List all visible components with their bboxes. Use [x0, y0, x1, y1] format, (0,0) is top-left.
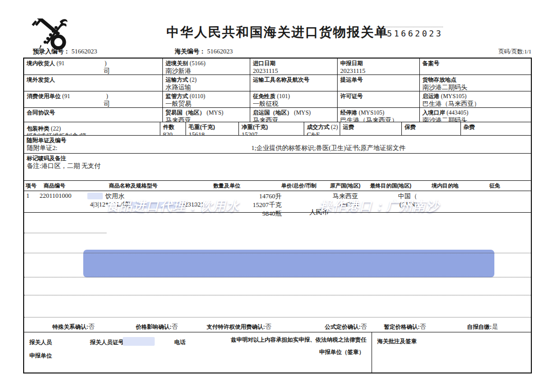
- redacted-box: [123, 337, 155, 346]
- field-import-date: 进口日期 20231115: [250, 59, 338, 74]
- confirm-self-declaration: 自报自缴:是: [467, 322, 498, 331]
- field-label: 运费: [343, 123, 399, 131]
- customs-number: 海关编号： 51662023: [175, 47, 233, 56]
- col-domestic-destination: 境内目的地: [432, 182, 459, 190]
- col-goods-name-spec: 商品名称及规格型号: [109, 182, 158, 190]
- confirm-value: 否: [420, 323, 427, 330]
- customs-notes-cell: 海关批注及签章: [372, 332, 531, 372]
- dotted-divider: [24, 253, 531, 253]
- field-value: C&F: [307, 131, 337, 135]
- pre-entry-value: 51662023: [71, 48, 97, 55]
- phone-label: 电话: [174, 339, 186, 346]
- customs-notes-label: 海关批注及签章: [377, 338, 417, 345]
- field-code: (5166): [190, 60, 206, 66]
- field-label: 备案号: [422, 60, 528, 67]
- declaration-text: 兹申明对以上内容承担如实申报、依法纳税之法律责任: [231, 336, 366, 344]
- customs-declaration-form: 中华人民共和国海关进口货物报关单 ＊51662023 预录入编号： 516620…: [0, 0, 555, 392]
- table-row: 合同协议号 贸易国（地区） (MYS) 马来西亚 启运国（地区） (MYS) 马…: [24, 108, 531, 122]
- field-label: 进境关别: [165, 60, 188, 66]
- field-value: 水路运输: [165, 84, 247, 91]
- field-value: 马来西亚: [165, 117, 247, 122]
- field-domestic-consignee: 境内收货人 (91) 司: [24, 59, 163, 74]
- customs-number-value: 51662023: [207, 48, 233, 55]
- confirm-value: 是: [492, 323, 498, 330]
- goods-table-header: 项号 商品编号 商品名称及规格型号 数量及单位 单价/总价/币制 原产国(地区)…: [24, 181, 531, 191]
- cert-number-label: 报关人员证号: [90, 339, 124, 346]
- field-transit-port: 经停港 (MYS105) 巴生港（马来西亚）: [338, 108, 420, 122]
- field-entry-customs: 进境关别 (5166) 南沙新港: [163, 59, 250, 74]
- field-entry-port: 入境口岸 (443405) 南沙港二期码头: [420, 108, 531, 122]
- field-misc-fees: 杂费: [461, 122, 531, 135]
- table-row: 消费使用单位 (91) 司 监管方式 (0110) 一般贸易 征免性质 (101…: [24, 91, 531, 108]
- field-gross-weight: 毛重(千克) 15618: [186, 122, 239, 135]
- confirm-royalty-payment: 支付特许权使用费确认:否: [207, 322, 271, 331]
- field-record-number: 备案号: [420, 59, 531, 74]
- field-value: 一般贸易: [165, 100, 247, 107]
- field-code: (MYS105): [359, 109, 384, 116]
- col-quantity-unit: 数量及单位: [213, 182, 240, 190]
- confirm-provisional-price: 暂定价格确认:否: [384, 322, 426, 331]
- confirm-label: 暂定价格确认:: [384, 324, 420, 330]
- confirmations-row: 特殊关系确认:否 价格影响确认:否 支付特许权使用费确认:否 公式定价确认:否 …: [24, 317, 531, 332]
- packing-row: 包装种类 (22) 纸制或纤维板制盒/箱 件数 820 毛重(千克) 15618…: [24, 122, 531, 136]
- field-value: 巴生港（马来西亚）: [422, 100, 528, 107]
- declaration-signature-label: 申报单位（签章）: [231, 348, 366, 356]
- declaration-table: 境内收货人 (91) 司 进境关别 (5166) 南沙新港 进口日期 20231…: [23, 58, 532, 374]
- field-label: 监管方式: [165, 93, 188, 99]
- field-label: 启运国（地区）: [253, 109, 292, 116]
- field-contract-number: 合同协议号: [24, 108, 163, 122]
- field-declare-date: 申报日期 20231115: [338, 59, 420, 74]
- field-value: 纸制或纤维板制盒/箱: [27, 133, 157, 135]
- field-label: 经停港: [340, 109, 357, 116]
- field-value: 15618: [189, 131, 236, 135]
- field-transaction-terms: 成交方式 (2) C&F: [304, 122, 340, 135]
- field-label: 保费: [404, 123, 458, 131]
- form-title: 中华人民共和国海关进口货物报关单: [0, 24, 555, 41]
- pre-entry-label: 预录入编号：: [33, 48, 70, 55]
- field-value: 20231115: [253, 67, 335, 74]
- confirm-value: 否: [172, 323, 178, 330]
- docs-list-value: 1;企业提供的标签标识;兽医(卫生)证书;原产地证据文件: [251, 144, 405, 153]
- field-label: 标记唛码及备注: [27, 155, 528, 162]
- confirm-label: 支付特许权使用费确认:: [207, 324, 265, 330]
- field-code: (91: [62, 93, 70, 99]
- field-label: 进口日期: [253, 60, 335, 67]
- field-code: (MYS105): [441, 93, 467, 99]
- field-label: 毛重(千克): [189, 123, 236, 131]
- field-code: (2): [331, 124, 338, 130]
- field-consumption-unit: 消费使用单位 (91) 司: [24, 91, 163, 107]
- accompanying-documents-row: 随附单证及编号 随附单证2: 1;企业提供的标签标识;兽医(卫生)证书;原产地证…: [24, 136, 531, 154]
- confirm-label: 自报自缴:: [467, 324, 492, 330]
- field-label: 提运单号: [340, 76, 417, 84]
- field-value: 20231115: [340, 67, 417, 74]
- field-label: 入境口岸: [422, 109, 445, 116]
- col-origin-country: 原产国(地区): [330, 182, 361, 190]
- confirm-special-relationship: 特殊关系确认:否: [52, 322, 95, 331]
- field-overseas-consignor: 境外发货人: [24, 75, 163, 91]
- field-departure-country: 启运国（地区） (MYS) 马来西亚: [250, 108, 338, 122]
- confirm-label: 公式定价确认:: [325, 324, 361, 330]
- declarant-cell: 报关人员 报关人员证号 电话 申报单位 兹申明对以上内容承担如实申报、依法纳税之…: [24, 332, 372, 372]
- field-goods-location: 货物存放地点 南沙港二期码头: [420, 75, 531, 91]
- confirm-value: 否: [88, 323, 95, 330]
- field-value: 南沙港二期码头: [422, 117, 528, 122]
- confirm-value: 否: [361, 323, 367, 330]
- field-license-number: 许可证号: [338, 91, 420, 107]
- field-code-close: ): [106, 93, 108, 99]
- confirm-value: 否: [265, 323, 272, 330]
- confirm-label: 特殊关系确认:: [52, 324, 88, 330]
- divider: [24, 212, 531, 213]
- confirm-label: 价格影响确认:: [136, 324, 172, 330]
- field-code: (2): [190, 77, 196, 83]
- field-code-close: ): [104, 60, 106, 66]
- field-label: 件数: [163, 123, 183, 131]
- goods-table-body: 1 2201101000 饮用水 4|3|12*1.5L/箱|0231021 1…: [24, 191, 531, 317]
- field-departure-port: 启运港 (MYS105) 巴生港（马来西亚）: [420, 91, 531, 107]
- redacted-box: [87, 193, 103, 199]
- agent-label: 报关人员: [29, 339, 52, 346]
- field-label: 运输工具名称及航次号: [253, 76, 335, 84]
- field-value: 南沙港二期码头: [422, 84, 528, 91]
- field-value: 巴生港（马来西亚）: [340, 117, 417, 122]
- dotted-divider: [24, 233, 106, 233]
- field-code: (MYS): [294, 109, 311, 116]
